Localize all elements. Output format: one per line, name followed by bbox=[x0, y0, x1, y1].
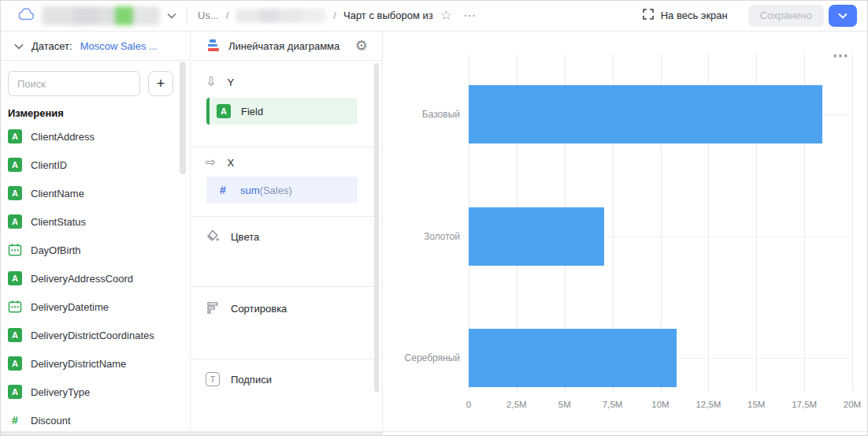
sort-section[interactable]: Сортировка bbox=[206, 300, 287, 316]
field-item-DeliveryType[interactable]: ADeliveryType bbox=[0, 378, 190, 406]
bar-Золотой[interactable] bbox=[469, 207, 604, 266]
field-name: ClientAddress bbox=[31, 131, 95, 143]
chevron-down-icon bbox=[14, 40, 24, 52]
chart-title: Чарт с выбором из bbox=[343, 9, 433, 21]
field-item-DeliveryDistrictName[interactable]: ADeliveryDistrictName bbox=[0, 349, 190, 378]
field-item-ClientAddress[interactable]: AClientAddress bbox=[0, 122, 190, 151]
sort-icon bbox=[206, 300, 220, 317]
chart-type-selector[interactable]: Линейчатая диаграмма ⚙ bbox=[191, 32, 382, 61]
x-field-chip[interactable]: # sum(Sales) bbox=[206, 177, 358, 203]
field-item-DeliveryDatetime[interactable]: DeliveryDatetime bbox=[0, 293, 190, 321]
x-axis-tick-label: 17,5M bbox=[792, 400, 817, 409]
gear-icon[interactable]: ⚙ bbox=[355, 39, 368, 53]
string-field-icon: A bbox=[8, 158, 22, 172]
x-axis-tick-label: 10M bbox=[651, 400, 669, 409]
y-field-chip[interactable]: A Field bbox=[206, 98, 358, 125]
field-name: DeliveryType bbox=[31, 386, 90, 398]
category-label: Золотой bbox=[424, 231, 460, 242]
chart-settings-panel: Линейчатая диаграмма ⚙ ⇩ Y A Field ⇨ X #… bbox=[191, 32, 383, 436]
sidebar-scrollbar[interactable] bbox=[180, 61, 186, 174]
string-field-icon: A bbox=[8, 271, 22, 285]
bar-Серебряный[interactable] bbox=[469, 329, 677, 387]
dataset-name-link[interactable]: Moscow Sales ... bbox=[80, 40, 158, 52]
category-axis-labels: БазовыйЗолотойСеребряный bbox=[384, 54, 460, 387]
number-field-icon: # bbox=[216, 183, 230, 197]
date-field-icon bbox=[8, 300, 22, 314]
y-section-header: ⇩ Y bbox=[206, 74, 234, 90]
labels-section[interactable]: T Подписи bbox=[206, 371, 272, 387]
x-axis-tick-label: 7,5M bbox=[603, 400, 623, 409]
x-axis-tick-label: 5M bbox=[558, 400, 571, 409]
dataset-sidebar: Датасет: Moscow Sales ... + Измерения AC… bbox=[0, 32, 191, 436]
field-name: DeliveryDatetime bbox=[31, 301, 109, 313]
field-name: ClientName bbox=[31, 188, 84, 199]
x-axis-tick-label: 15M bbox=[747, 400, 765, 409]
section-divider bbox=[191, 286, 381, 287]
chevron-down-icon bbox=[167, 9, 176, 21]
topbar-divider bbox=[187, 7, 187, 24]
field-name: DayOfBirth bbox=[31, 244, 81, 256]
section-divider bbox=[191, 216, 381, 217]
top-bar: Us... / / Чарт с выбором из ☆ ⋯ На весь … bbox=[0, 0, 868, 32]
field-name: DeliveryAddressCoord bbox=[31, 273, 133, 285]
fullscreen-icon bbox=[643, 9, 654, 22]
string-field-icon: A bbox=[8, 385, 22, 399]
field-name: DeliveryDistrictName bbox=[31, 358, 126, 370]
paint-bucket-icon bbox=[206, 229, 220, 245]
chart-type-label: Линейчатая диаграмма bbox=[228, 40, 347, 52]
x-field-function: sum bbox=[240, 184, 260, 196]
bar-Базовый[interactable] bbox=[469, 85, 822, 143]
field-name: DeliveryDistrictCoordinates bbox=[31, 330, 154, 341]
field-name: ClientStatus bbox=[31, 216, 86, 228]
category-label: Базовый bbox=[422, 109, 460, 120]
field-item-ClientStatus[interactable]: AClientStatus bbox=[0, 207, 190, 236]
field-item-Discount[interactable]: #Discount bbox=[0, 406, 190, 434]
field-item-DeliveryAddressCoord[interactable]: ADeliveryAddressCoord bbox=[0, 264, 190, 293]
colors-section[interactable]: Цвета bbox=[206, 229, 259, 244]
x-section-header: ⇨ X bbox=[206, 155, 234, 170]
arrow-right-icon: ⇨ bbox=[206, 156, 216, 169]
field-item-DayOfBirth[interactable]: DayOfBirth bbox=[0, 236, 190, 264]
date-field-icon bbox=[8, 243, 22, 257]
string-field-icon: A bbox=[8, 186, 22, 200]
breadcrumb: Us... / / Чарт с выбором из ☆ ⋯ bbox=[198, 8, 477, 23]
y-section-label: Y bbox=[227, 76, 234, 88]
text-label-icon: T bbox=[206, 372, 220, 386]
string-field-icon: A bbox=[8, 214, 22, 229]
workspace-selector[interactable] bbox=[17, 6, 176, 25]
string-field-icon: A bbox=[217, 104, 231, 118]
string-field-icon: A bbox=[8, 328, 22, 342]
y-field-name: Field bbox=[241, 106, 263, 117]
arrow-down-icon: ⇩ bbox=[206, 76, 216, 88]
plot-area: 02,5M5M7,5M10M12,5M15M17,5M20M bbox=[469, 54, 852, 387]
x-axis-tick-label: 12,5M bbox=[696, 400, 721, 409]
search-input[interactable] bbox=[8, 71, 140, 96]
horizontal-scrollbar[interactable] bbox=[0, 432, 383, 436]
x-section-label: X bbox=[227, 157, 234, 169]
measures-section-title: Измерения bbox=[8, 107, 64, 119]
sort-section-label: Сортировка bbox=[231, 303, 287, 315]
panel-scrollbar[interactable] bbox=[374, 63, 379, 392]
field-item-ClientID[interactable]: AClientID bbox=[0, 151, 190, 179]
string-field-icon: A bbox=[8, 129, 22, 143]
dataset-label: Датасет: bbox=[32, 40, 72, 52]
breadcrumb-root[interactable]: Us... bbox=[198, 9, 219, 21]
field-item-DeliveryDistrictCoordinates[interactable]: ADeliveryDistrictCoordinates bbox=[0, 321, 190, 349]
fullscreen-label: На весь экран bbox=[661, 9, 728, 21]
saved-button[interactable]: Сохранено bbox=[748, 5, 824, 27]
add-field-button[interactable]: + bbox=[148, 71, 173, 96]
more-actions-icon[interactable]: ⋯ bbox=[463, 8, 477, 23]
x-axis-tick-label: 2,5M bbox=[506, 400, 527, 409]
gridline bbox=[852, 54, 853, 392]
dataset-selector[interactable]: Датасет: Moscow Sales ... bbox=[0, 32, 190, 61]
field-item-ClientName[interactable]: AClientName bbox=[0, 179, 190, 207]
x-field-argument: (Sales) bbox=[260, 184, 292, 196]
favorite-star-icon[interactable]: ☆ bbox=[440, 9, 452, 22]
category-label: Серебряный bbox=[405, 352, 460, 363]
redacted-folder-name[interactable] bbox=[236, 9, 326, 23]
chart-preview: ⋯ БазовыйЗолотойСеребряный 02,5M5M7,5M10… bbox=[384, 32, 868, 436]
save-dropdown-button[interactable] bbox=[829, 5, 857, 27]
field-list: AClientAddressAClientIDAClientNameAClien… bbox=[0, 122, 190, 434]
fullscreen-button[interactable]: На весь экран bbox=[643, 9, 728, 22]
x-axis-tick-label: 20M bbox=[844, 400, 861, 409]
